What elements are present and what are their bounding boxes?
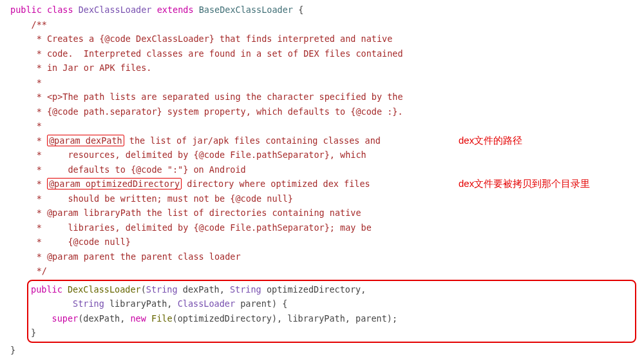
- javadoc-line: * @param parent the parent class loader: [10, 249, 641, 264]
- kw-extends: extends: [157, 5, 194, 15]
- constructor-signature: public DexClassLoader(String dexPath, St…: [31, 282, 632, 297]
- javadoc-line: * code. Interpreted classes are found in…: [10, 46, 641, 61]
- javadoc-line: * resources, delimited by {@code File.pa…: [10, 148, 641, 162]
- class-close: }: [10, 343, 641, 358]
- constructor-close: }: [31, 325, 632, 340]
- highlight-box-constructor: public DexClassLoader(String dexPath, St…: [27, 280, 636, 343]
- class-name: DexClassLoader: [79, 5, 152, 15]
- javadoc-param-optDir: * @param optimizedDirectory directory wh…: [10, 177, 641, 191]
- javadoc-open: /**: [10, 17, 641, 32]
- kw-public: public: [10, 5, 42, 15]
- javadoc-line: * in Jar or APK files.: [10, 61, 641, 75]
- javadoc-line: * should be written; must not be {@code …: [10, 191, 641, 206]
- annotation-dex-path: dex文件的路径: [459, 133, 522, 148]
- highlight-box-dexPath: @param dexPath: [47, 135, 124, 146]
- annotation-opt-dir: dex文件要被拷贝到那个目录里: [459, 177, 590, 191]
- javadoc-line: * {@code null}: [10, 235, 641, 249]
- constructor-body: super(dexPath, new File(optimizedDirecto…: [31, 311, 632, 326]
- kw-class: class: [47, 5, 73, 15]
- javadoc-line: *: [10, 119, 641, 133]
- javadoc-line: * libraries, delimited by {@code File.pa…: [10, 220, 641, 235]
- highlight-box-optDir: @param optimizedDirectory: [47, 178, 182, 189]
- javadoc-line: * {@code path.separator} system property…: [10, 104, 641, 119]
- javadoc-line: *: [10, 75, 641, 90]
- javadoc-param-dexPath: * @param dexPath the list of jar/apk fil…: [10, 133, 641, 148]
- base-class: BaseDexClassLoader: [199, 5, 293, 15]
- class-declaration: public class DexClassLoader extends Base…: [10, 3, 641, 17]
- javadoc-line: * defaults to {@code ":"} on Android: [10, 162, 641, 177]
- javadoc-line: * @param libraryPath the list of directo…: [10, 206, 641, 220]
- javadoc-line: * Creates a {@code DexClassLoader} that …: [10, 32, 641, 46]
- javadoc-close: */: [10, 264, 641, 278]
- javadoc-line: * <p>The path lists are separated using …: [10, 90, 641, 104]
- constructor-signature-2: String libraryPath, ClassLoader parent) …: [31, 296, 632, 311]
- brace-open: {: [298, 5, 303, 15]
